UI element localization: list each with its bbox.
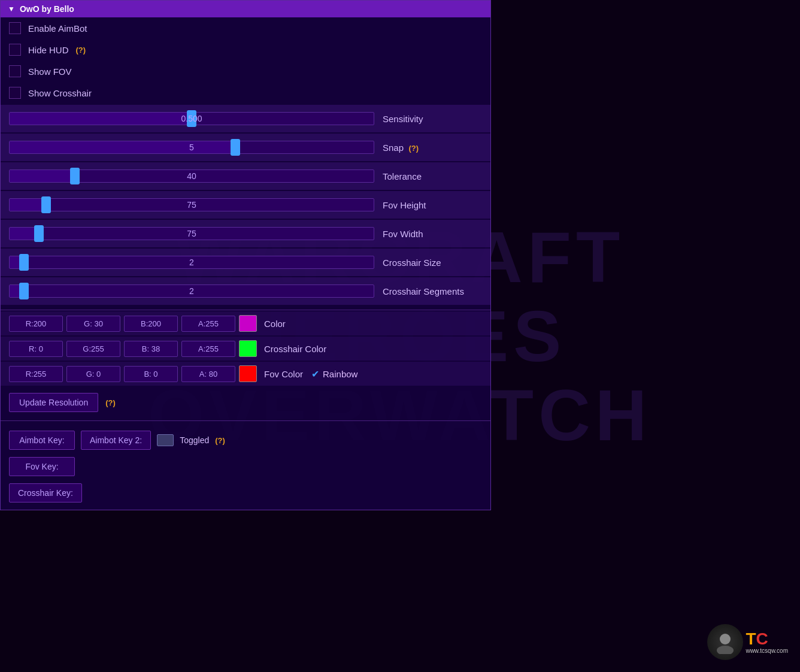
fov-key-button[interactable]: Fov Key: xyxy=(9,457,75,476)
crosshair-segments-label: Crosshair Segments xyxy=(374,286,482,296)
rainbow-checkmark: ✔ xyxy=(311,368,319,380)
fov-b-field[interactable]: B: 0 xyxy=(124,366,178,382)
hide-hud-help[interactable]: (?) xyxy=(76,46,86,55)
color-swatch[interactable] xyxy=(239,315,257,332)
toggled-label: Toggled xyxy=(180,435,209,445)
fov-key-row: Fov Key: xyxy=(9,453,482,480)
color-g-field[interactable]: G: 30 xyxy=(66,316,120,332)
fov-height-value: 75 xyxy=(10,200,374,210)
title-bar: ▼ OwO by Bello xyxy=(1,1,490,17)
tolerance-slider-row: 40 Tolerance xyxy=(1,162,490,190)
show-fov-label: Show FOV xyxy=(28,66,72,77)
update-resolution-button[interactable]: Update Resolution xyxy=(9,393,98,412)
update-resolution-help[interactable]: (?) xyxy=(105,398,116,407)
divider-1 xyxy=(1,420,490,421)
sensitivity-slider-track[interactable]: 0.500 xyxy=(9,112,374,125)
enable-aimbot-label: Enable AimBot xyxy=(28,23,87,34)
hide-hud-row: Hide HUD (?) xyxy=(1,39,490,60)
fov-a-field[interactable]: A: 80 xyxy=(181,366,235,382)
crosshair-r-field[interactable]: R: 0 xyxy=(9,341,63,357)
sensitivity-slider-row: 0.500 Sensitivity xyxy=(1,105,490,132)
aimbot-key-row: Aimbot Key: Aimbot Key 2: Toggled (?) xyxy=(9,427,482,453)
color-row-1: R:200 G: 30 B:200 A:255 Color xyxy=(1,311,490,335)
update-resolution-row: Update Resolution (?) xyxy=(1,387,490,418)
show-fov-checkbox[interactable] xyxy=(9,65,21,77)
crosshair-color-swatch[interactable] xyxy=(239,340,257,357)
color-section: R:200 G: 30 B:200 A:255 Color R: 0 G:255… xyxy=(1,310,490,386)
fov-width-slider-track[interactable]: 75 xyxy=(9,227,374,240)
rainbow-label: Rainbow xyxy=(323,369,357,379)
fov-g-field[interactable]: G: 0 xyxy=(66,366,120,382)
fov-color-label: Fov Color xyxy=(264,369,303,379)
crosshair-key-button[interactable]: Crosshair Key: xyxy=(9,483,82,503)
snap-slider-track[interactable]: 5 xyxy=(9,141,374,154)
toggled-help[interactable]: (?) xyxy=(215,436,225,445)
snap-label: Snap (?) xyxy=(374,143,482,153)
tc-text-block: TC www.tcsqw.com xyxy=(746,631,788,654)
color-label: Color xyxy=(264,319,286,329)
crosshair-size-slider-row: 2 Crosshair Size xyxy=(1,249,490,276)
fov-r-field[interactable]: R:255 xyxy=(9,366,63,382)
key-section: Aimbot Key: Aimbot Key 2: Toggled (?) Fo… xyxy=(1,423,490,510)
crosshair-g-field[interactable]: G:255 xyxy=(66,341,120,357)
tolerance-label: Tolerance xyxy=(374,171,482,181)
tc-site: www.tcsqw.com xyxy=(746,647,788,654)
panel-title: OwO by Bello xyxy=(20,4,74,14)
crosshair-b-field[interactable]: B: 38 xyxy=(124,341,178,357)
tc-logo: TC www.tcsqw.com xyxy=(707,624,788,660)
fov-height-label: Fov Height xyxy=(374,200,482,210)
snap-help[interactable]: (?) xyxy=(408,144,419,153)
svg-point-0 xyxy=(720,634,731,644)
toggled-checkbox[interactable] xyxy=(157,434,174,446)
sensitivity-label: Sensitivity xyxy=(374,114,482,124)
crosshair-key-row: Crosshair Key: xyxy=(9,480,482,506)
crosshair-segments-value: 2 xyxy=(10,286,374,296)
svg-point-1 xyxy=(717,646,734,654)
fov-color-row: R:255 G: 0 B: 0 A: 80 Fov Color ✔ Rainbo… xyxy=(1,362,490,386)
fov-width-slider-row: 75 Fov Width xyxy=(1,220,490,247)
fov-height-slider-row: 75 Fov Height xyxy=(1,191,490,219)
main-panel: ▼ OwO by Bello Enable AimBot Hide HUD (?… xyxy=(0,0,491,510)
snap-slider-row: 5 Snap (?) xyxy=(1,134,490,161)
crosshair-size-label: Crosshair Size xyxy=(374,258,482,268)
crosshair-color-label: Crosshair Color xyxy=(264,344,326,354)
crosshair-size-slider-track[interactable]: 2 xyxy=(9,256,374,269)
crosshair-a-field[interactable]: A:255 xyxy=(181,341,235,357)
collapse-triangle[interactable]: ▼ xyxy=(8,5,15,13)
show-crosshair-row: Show Crosshair xyxy=(1,82,490,104)
fov-color-swatch[interactable] xyxy=(239,365,257,382)
tolerance-slider-track[interactable]: 40 xyxy=(9,169,374,183)
fov-width-value: 75 xyxy=(10,229,374,238)
hide-hud-checkbox[interactable] xyxy=(9,44,21,56)
aimbot-key-2-button[interactable]: Aimbot Key 2: xyxy=(81,431,151,450)
crosshair-segments-slider-track[interactable]: 2 xyxy=(9,284,374,298)
tc-avatar-icon xyxy=(707,624,743,660)
enable-aimbot-row: Enable AimBot xyxy=(1,17,490,39)
tc-brand: TC xyxy=(746,631,788,647)
color-b-field[interactable]: B:200 xyxy=(124,316,178,332)
crosshair-size-value: 2 xyxy=(10,258,374,267)
aimbot-key-button[interactable]: Aimbot Key: xyxy=(9,431,75,450)
color-r-field[interactable]: R:200 xyxy=(9,316,63,332)
show-crosshair-checkbox[interactable] xyxy=(9,87,21,99)
hide-hud-label: Hide HUD xyxy=(28,45,69,55)
crosshair-segments-slider-row: 2 Crosshair Segments xyxy=(1,277,490,305)
color-a-field[interactable]: A:255 xyxy=(181,316,235,332)
show-crosshair-label: Show Crosshair xyxy=(28,88,92,98)
show-fov-row: Show FOV xyxy=(1,60,490,82)
fov-width-label: Fov Width xyxy=(374,229,482,239)
fov-height-slider-track[interactable]: 75 xyxy=(9,198,374,211)
crosshair-color-row: R: 0 G:255 B: 38 A:255 Crosshair Color xyxy=(1,337,490,361)
enable-aimbot-checkbox[interactable] xyxy=(9,22,21,34)
